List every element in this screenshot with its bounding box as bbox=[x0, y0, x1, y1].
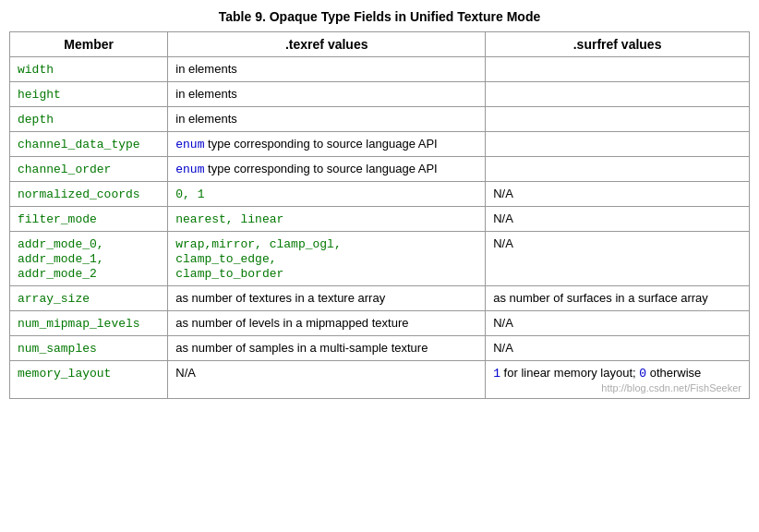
cell-surfref: N/A bbox=[486, 207, 750, 232]
cell-texref: 0, 1 bbox=[168, 182, 486, 207]
table-row: filter_modenearest, linearN/A bbox=[10, 207, 750, 232]
cell-surfref: 1 for linear memory layout; 0 otherwiseh… bbox=[486, 361, 750, 399]
cell-surfref: N/A bbox=[486, 182, 750, 207]
cell-texref: in elements bbox=[168, 107, 486, 132]
table-row: channel_data_typeenum type corresponding… bbox=[10, 132, 750, 157]
col-header-member: Member bbox=[10, 32, 168, 57]
table-row: depthin elements bbox=[10, 107, 750, 132]
cell-surfref bbox=[486, 107, 750, 132]
cell-surfref bbox=[486, 57, 750, 82]
cell-member: num_mipmap_levels bbox=[10, 311, 168, 336]
cell-member: addr_mode_0,addr_mode_1,addr_mode_2 bbox=[10, 232, 168, 286]
cell-member: normalized_coords bbox=[10, 182, 168, 207]
cell-texref: as number of levels in a mipmapped textu… bbox=[168, 311, 486, 336]
cell-member: channel_order bbox=[10, 157, 168, 182]
table-row: memory_layoutN/A1 for linear memory layo… bbox=[10, 361, 750, 399]
table-row: channel_orderenum type corresponding to … bbox=[10, 157, 750, 182]
table-row: array_sizeas number of textures in a tex… bbox=[10, 286, 750, 311]
cell-texref: wrap,mirror, clamp_ogl,clamp_to_edge,cla… bbox=[168, 232, 486, 286]
cell-surfref: N/A bbox=[486, 311, 750, 336]
cell-member: num_samples bbox=[10, 336, 168, 361]
cell-texref: in elements bbox=[168, 82, 486, 107]
cell-texref: as number of textures in a texture array bbox=[168, 286, 486, 311]
cell-texref: nearest, linear bbox=[168, 207, 486, 232]
cell-member: array_size bbox=[10, 286, 168, 311]
cell-surfref bbox=[486, 82, 750, 107]
table-row: widthin elements bbox=[10, 57, 750, 82]
cell-member: memory_layout bbox=[10, 361, 168, 399]
table-row: heightin elements bbox=[10, 82, 750, 107]
cell-surfref: as number of surfaces in a surface array bbox=[486, 286, 750, 311]
cell-surfref bbox=[486, 132, 750, 157]
col-header-surfref: .surfref values bbox=[486, 32, 750, 57]
cell-surfref: N/A bbox=[486, 232, 750, 286]
cell-member: filter_mode bbox=[10, 207, 168, 232]
cell-member: depth bbox=[10, 107, 168, 132]
cell-surfref bbox=[486, 157, 750, 182]
table-row: num_samplesas number of samples in a mul… bbox=[10, 336, 750, 361]
cell-member: width bbox=[10, 57, 168, 82]
page-title: Table 9. Opaque Type Fields in Unified T… bbox=[9, 9, 750, 24]
cell-texref: as number of samples in a multi-sample t… bbox=[168, 336, 486, 361]
main-table: Member .texref values .surfref values wi… bbox=[9, 31, 750, 399]
table-row: num_mipmap_levelsas number of levels in … bbox=[10, 311, 750, 336]
watermark: http://blog.csdn.net/FishSeeker bbox=[493, 381, 741, 393]
cell-surfref: N/A bbox=[486, 336, 750, 361]
cell-texref: enum type corresponding to source langua… bbox=[168, 132, 486, 157]
table-row: addr_mode_0,addr_mode_1,addr_mode_2wrap,… bbox=[10, 232, 750, 286]
cell-member: channel_data_type bbox=[10, 132, 168, 157]
cell-member: height bbox=[10, 82, 168, 107]
cell-texref: in elements bbox=[168, 57, 486, 82]
col-header-texref: .texref values bbox=[168, 32, 486, 57]
table-row: normalized_coords0, 1N/A bbox=[10, 182, 750, 207]
cell-texref: N/A bbox=[168, 361, 486, 399]
cell-texref: enum type corresponding to source langua… bbox=[168, 157, 486, 182]
